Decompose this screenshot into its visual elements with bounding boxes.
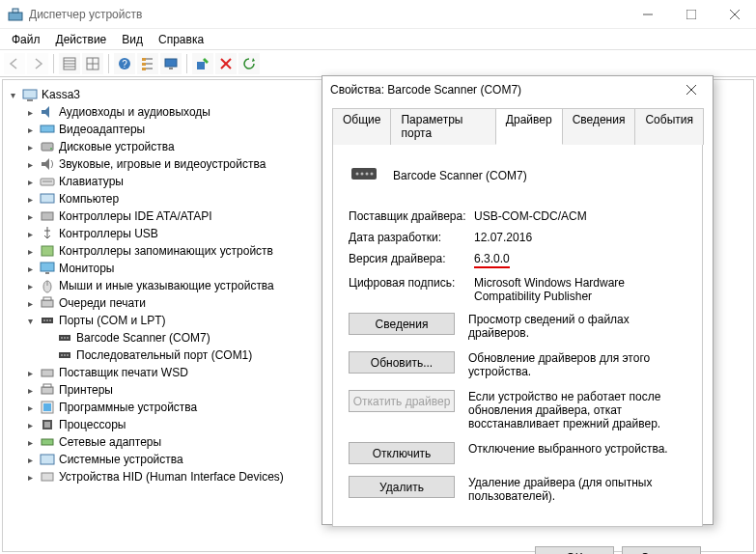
rollback-button: Откатить драйвер	[349, 390, 455, 412]
disable-button[interactable]: Отключить	[349, 442, 455, 464]
expand-icon[interactable]: ▸	[24, 420, 36, 430]
svg-rect-1	[13, 9, 18, 13]
details-button[interactable]: Сведения	[349, 313, 455, 335]
svg-rect-38	[41, 263, 54, 271]
svg-point-50	[64, 337, 66, 339]
svg-rect-22	[169, 68, 173, 69]
svg-point-71	[366, 173, 369, 176]
svg-marker-32	[42, 158, 49, 170]
toolbar-tree-icon[interactable]	[137, 53, 158, 74]
svg-text:?: ?	[122, 59, 127, 69]
app-icon	[8, 7, 23, 22]
expand-icon[interactable]: ▸	[24, 177, 36, 187]
computer-icon	[40, 191, 55, 207]
date-value: 12.07.2016	[474, 231, 686, 244]
ok-button[interactable]: OK	[535, 546, 614, 554]
sound-icon	[40, 156, 55, 172]
toolbar-help-icon[interactable]: ?	[114, 53, 135, 74]
expand-icon[interactable]: ▸	[24, 107, 36, 118]
svg-rect-56	[42, 370, 53, 376]
maximize-button[interactable]	[669, 0, 713, 29]
close-button[interactable]	[713, 0, 756, 29]
display-adapter-icon	[40, 122, 55, 137]
tab-port[interactable]: Параметры порта	[390, 108, 495, 145]
expand-icon[interactable]: ▸	[24, 368, 36, 378]
tab-details[interactable]: Сведения	[562, 108, 636, 145]
collapse-icon[interactable]: ▾	[24, 316, 36, 326]
wsd-print-icon	[40, 365, 55, 380]
properties-dialog: Свойства: Barcode Scanner (COM7) Общие П…	[322, 75, 714, 525]
svg-rect-3	[686, 10, 696, 19]
update-button[interactable]: Обновить...	[349, 351, 455, 374]
expand-icon[interactable]: ▸	[24, 402, 36, 413]
category-label: Программные устройства	[59, 401, 197, 414]
toolbar-forward[interactable]	[27, 53, 48, 74]
network-icon	[40, 434, 55, 450]
dialog-close-button[interactable]	[678, 76, 705, 103]
category-label: Мониторы	[59, 262, 114, 275]
ide-icon	[40, 208, 55, 224]
category-label: Поставщик печати WSD	[59, 366, 188, 379]
dialog-title: Свойства: Barcode Scanner (COM7)	[330, 83, 678, 97]
svg-rect-17	[142, 68, 146, 70]
menu-view[interactable]: Вид	[114, 31, 151, 48]
software-device-icon	[40, 400, 55, 415]
disk-icon	[40, 139, 55, 154]
expand-icon[interactable]: ▸	[24, 159, 36, 170]
root-label: Kassa3	[42, 88, 80, 101]
expand-icon[interactable]: ▸	[24, 472, 36, 483]
signature-value: Microsoft Windows Hardware Compatibility…	[474, 276, 686, 303]
device-header: Barcode Scanner (COM7)	[349, 158, 686, 192]
minimize-button[interactable]	[626, 0, 669, 29]
cancel-button[interactable]: Отмена	[622, 546, 701, 554]
svg-point-54	[64, 354, 66, 356]
print-queue-icon	[40, 295, 55, 311]
usb-icon	[40, 226, 55, 241]
expand-icon[interactable]: ▸	[24, 194, 36, 205]
expand-icon[interactable]: ▸	[24, 281, 36, 291]
category-label: Аудиовходы и аудиовыходы	[59, 105, 210, 119]
expand-icon[interactable]: ▸	[24, 229, 36, 239]
mouse-icon	[40, 278, 55, 293]
expand-icon[interactable]: ▸	[24, 142, 36, 152]
expand-icon[interactable]: ▸	[24, 455, 36, 465]
expand-icon[interactable]: ▸	[24, 246, 36, 257]
com-port-icon	[57, 347, 72, 363]
menu-file[interactable]: Файл	[4, 31, 48, 48]
device-large-icon	[349, 158, 379, 192]
toolbar-back[interactable]	[4, 53, 25, 74]
expand-icon[interactable]: ▸	[24, 437, 36, 448]
toolbar-grid-icon[interactable]	[82, 53, 103, 74]
expand-icon[interactable]: ▸	[24, 385, 36, 396]
toolbar-refresh-icon[interactable]	[238, 53, 260, 74]
expand-icon[interactable]: ▸	[24, 125, 36, 135]
category-label: Сетевые адаптеры	[59, 435, 161, 449]
audio-io-icon	[40, 104, 55, 120]
toolbar-scan-icon[interactable]	[192, 53, 213, 74]
toolbar-delete-icon[interactable]	[215, 53, 237, 74]
expand-icon[interactable]: ▸	[24, 298, 36, 309]
disable-desc: Отключение выбранного устройства.	[468, 442, 686, 456]
update-desc: Обновление драйверов для этого устройств…	[468, 351, 686, 378]
svg-rect-57	[42, 387, 53, 394]
tab-general[interactable]: Общие	[332, 108, 391, 145]
toolbar-list-icon[interactable]	[59, 53, 80, 74]
com-port-icon	[57, 330, 72, 346]
menu-help[interactable]: Справка	[151, 31, 211, 48]
svg-rect-29	[41, 125, 54, 132]
version-label: Версия драйвера:	[349, 252, 474, 268]
category-label: Принтеры	[59, 383, 113, 397]
category-label: Видеоадаптеры	[59, 123, 145, 136]
svg-point-69	[356, 173, 359, 176]
category-label: Порты (COM и LPT)	[59, 314, 166, 327]
ports-icon	[40, 313, 55, 328]
collapse-icon[interactable]: ▾	[7, 90, 18, 100]
tab-driver[interactable]: Драйвер	[495, 108, 563, 145]
tab-events[interactable]: События	[634, 108, 704, 145]
expand-icon[interactable]: ▸	[24, 263, 36, 274]
toolbar-monitor-icon[interactable]	[160, 53, 182, 74]
expand-icon[interactable]: ▸	[24, 211, 36, 222]
svg-point-70	[361, 173, 364, 176]
uninstall-button[interactable]: Удалить	[349, 476, 455, 498]
menu-action[interactable]: Действие	[48, 31, 115, 48]
